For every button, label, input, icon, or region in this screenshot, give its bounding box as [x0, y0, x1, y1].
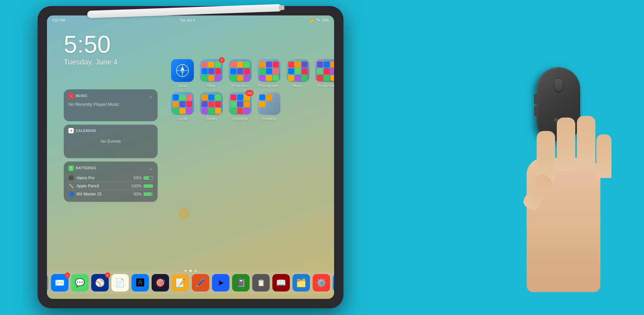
app-shopping[interactable]: 234 Shopping: [229, 92, 252, 121]
mouse-cursor: [179, 209, 189, 218]
battery-row-1: ✏️ Apple Pencil 100%: [68, 182, 153, 190]
other-icon[interactable]: 1: [200, 59, 223, 82]
music-widget-label: MUSIC: [76, 94, 88, 98]
music-folder-icon[interactable]: [286, 59, 309, 82]
app-utilities[interactable]: Utilities: [200, 92, 223, 121]
music-widget[interactable]: ♪ MUSIC ⌄ No Recently Played Music: [64, 89, 158, 121]
reference-label: Reference: [232, 84, 249, 88]
hand-illustration: [517, 107, 617, 292]
calendar-widget-icon: 4: [68, 128, 74, 133]
dock-refs[interactable]: 🖊️: [192, 274, 209, 291]
battery-device-icon-1: ✏️: [68, 183, 74, 188]
social-label: Social: [177, 117, 187, 121]
music-widget-header: ♪ MUSIC ⌄: [68, 93, 153, 99]
battery-pct-1: 100%: [131, 184, 142, 188]
shopping-label: Shopping: [232, 117, 248, 121]
music-widget-icon: ♪: [68, 93, 74, 99]
dock-mlb[interactable]: ⚾ 6: [91, 274, 109, 291]
dock-files[interactable]: 🗂️: [292, 274, 310, 291]
batteries-widget[interactable]: 🔋 BATTERIES ⌄ ⬛ Harris Pro 59%: [64, 162, 158, 202]
dock-pages[interactable]: 📝: [172, 274, 189, 291]
mouse-scroll-wheel[interactable]: [554, 79, 562, 91]
app-social[interactable]: Social: [171, 92, 194, 121]
battery-pct-0: 59%: [133, 176, 142, 180]
app-productivity[interactable]: Productivity: [315, 59, 334, 88]
music-expand-icon[interactable]: ⌄: [149, 93, 153, 99]
battery-device-icon-0: ⬛: [68, 175, 74, 180]
batteries-widget-header: 🔋 BATTERIES ⌄: [68, 165, 153, 171]
wifi-icon: 📶: [310, 18, 314, 22]
battery-fill-2: [144, 193, 152, 195]
productivity-label: Productivity: [317, 84, 334, 88]
ipad-frame: 5:50 PM Tue Jun 4 📶 📡 59% 5:50 Tuesday, …: [38, 6, 343, 308]
dock-mail[interactable]: ✉️ 1: [51, 274, 68, 291]
clock-date: Tuesday, June 4: [64, 58, 117, 66]
photography-icon[interactable]: [258, 59, 280, 82]
hand-finger-4: [596, 134, 611, 178]
dock-notes[interactable]: 📄: [111, 274, 129, 291]
app-grid-row2: Social Utilities 234 Shoppin: [171, 92, 280, 121]
battery-row-2: 🔵 MX Master 25 90%: [68, 190, 153, 198]
status-right: 📶 📡 59%: [310, 18, 329, 22]
time-date-widget: 5:50 Tuesday, June 4: [64, 32, 117, 66]
dock-notefile[interactable]: 📋: [252, 274, 270, 291]
dock-mail-badge: 1: [65, 272, 70, 278]
safari-icon[interactable]: [171, 59, 194, 82]
calendar-widget-content: No Events: [68, 139, 153, 144]
batteries-widget-icon: 🔋: [68, 166, 74, 171]
battery-left-1: ✏️ Apple Pencil: [68, 183, 99, 188]
batteries-expand-icon[interactable]: ⌄: [149, 165, 153, 171]
app-reference[interactable]: Reference: [229, 59, 252, 88]
battery-device-icon-2: 🔵: [68, 191, 74, 196]
battery-left-0: ⬛ Harris Pro: [68, 175, 95, 180]
reading-label: Reading: [262, 117, 276, 121]
dock-messages[interactable]: 💬: [71, 274, 89, 291]
ipad-screen[interactable]: 5:50 PM Tue Jun 4 📶 📡 59% 5:50 Tuesday, …: [47, 15, 334, 299]
hand-finger-3: [577, 116, 595, 168]
utilities-icon[interactable]: [200, 92, 223, 115]
status-date: Tue Jun 4: [180, 18, 195, 22]
shopping-icon[interactable]: 234: [229, 92, 252, 115]
calendar-widget-header: 4 CALENDAR: [68, 128, 153, 133]
battery-name-2: MX Master 25: [76, 192, 102, 196]
dock-tempi[interactable]: ➤: [212, 274, 229, 291]
status-time: 5:50 PM: [52, 18, 65, 22]
battery-bar-2: [144, 192, 153, 196]
clock-time: 5:50: [64, 32, 117, 56]
app-photography[interactable]: Photography: [258, 59, 280, 88]
battery-name-1: Apple Pencil: [76, 184, 99, 188]
productivity-icon[interactable]: [315, 59, 334, 82]
batteries-widget-title-row: 🔋 BATTERIES: [68, 166, 96, 171]
other-badge: 1: [219, 57, 225, 63]
battery-fill-0: [144, 177, 149, 179]
battery-fill-1: [144, 185, 153, 187]
app-other[interactable]: 1 Other: [200, 59, 223, 88]
hand-finger-1: [537, 131, 555, 181]
app-music[interactable]: Music: [286, 59, 309, 88]
hand-area: logi: [342, 0, 644, 315]
cell-icon: 📡: [316, 18, 320, 22]
battery-right-0: 59%: [133, 176, 153, 180]
app-safari[interactable]: Safari: [171, 59, 194, 88]
dock-safari[interactable]: 🧭: [333, 274, 334, 291]
dock-gear[interactable]: ⚙️: [313, 274, 330, 291]
calendar-widget-label: CALENDAR: [76, 129, 96, 133]
batteries-widget-label: BATTERIES: [76, 166, 96, 170]
dock-mlb-badge: 6: [105, 272, 110, 278]
calendar-widget[interactable]: 4 CALENDAR No Events: [64, 125, 158, 158]
dock-settings[interactable]: ⚙️: [47, 274, 48, 291]
app-reading[interactable]: Reading: [258, 92, 280, 121]
social-icon[interactable]: [171, 92, 194, 115]
dock-appstore[interactable]: 🅰: [131, 274, 149, 291]
battery-row-0: ⬛ Harris Pro 59%: [68, 174, 153, 182]
music-widget-content: No Recently Played Music: [68, 102, 153, 107]
reference-icon[interactable]: [229, 59, 252, 82]
battery-status: 59%: [322, 18, 329, 22]
battery-right-2: 90%: [133, 192, 153, 196]
dock-frenzic[interactable]: 🎯: [152, 274, 169, 291]
dock-bible[interactable]: 📖: [272, 274, 290, 291]
other-label: Other: [207, 84, 216, 88]
dock-notebooks[interactable]: 📓: [232, 274, 250, 291]
reading-icon[interactable]: [258, 92, 280, 115]
mouse-side-button-1[interactable]: [534, 94, 537, 104]
